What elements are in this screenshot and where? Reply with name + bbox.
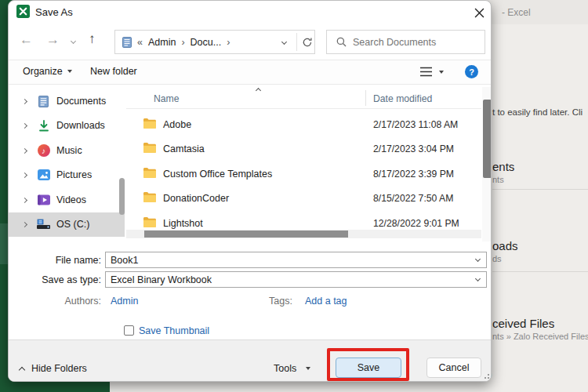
- search-box[interactable]: [326, 30, 485, 54]
- backstage-divider: [492, 271, 588, 272]
- file-date: 8/15/2022 7:50 AM: [373, 193, 453, 204]
- breadcrumb-separator: ›: [181, 37, 184, 48]
- tags-label: Tags:: [200, 296, 292, 307]
- folder-icon: [143, 168, 156, 178]
- file-name-input[interactable]: [105, 252, 487, 268]
- dialog-title: Save As: [35, 6, 73, 18]
- hide-folders-label: Hide Folders: [31, 363, 87, 374]
- address-chevron-down-icon[interactable]: [281, 39, 287, 45]
- close-button[interactable]: [466, 2, 492, 23]
- horizontal-scrollbar-thumb[interactable]: [144, 230, 348, 238]
- excel-app-icon: [16, 5, 30, 18]
- sidebar-item-os-c-drive[interactable]: OS (C:): [9, 212, 125, 236]
- new-folder-button[interactable]: New folder: [90, 66, 137, 77]
- forward-icon[interactable]: →: [46, 33, 60, 46]
- sidebar-item-label: Documents: [56, 96, 106, 107]
- address-divider: [296, 33, 297, 51]
- file-date: 12/28/2022 9:01 PM: [373, 218, 459, 229]
- sidebar-item-music[interactable]: ♪ Music: [9, 139, 125, 162]
- backstage-folder-path: nts: [492, 175, 504, 184]
- organize-label: Organize: [23, 66, 63, 77]
- view-caret-down-icon[interactable]: [439, 71, 444, 74]
- save-as-type-label: Save as type:: [9, 274, 101, 285]
- refresh-icon[interactable]: [302, 37, 313, 48]
- chevron-up-icon: [19, 366, 25, 372]
- search-input[interactable]: [353, 37, 470, 48]
- up-icon[interactable]: ↑: [89, 32, 96, 45]
- file-name: Custom Office Templates: [163, 169, 272, 180]
- help-button[interactable]: ?: [465, 65, 478, 78]
- file-name: Adobe: [163, 119, 191, 130]
- file-row-donationcoder[interactable]: DonationCoder 8/15/2022 7:50 AM: [126, 186, 481, 210]
- address-bar[interactable]: « Admin › Docu... ›: [114, 30, 315, 54]
- authors-value[interactable]: Admin: [111, 296, 138, 307]
- expand-chevron-icon[interactable]: [22, 122, 27, 128]
- save-button-highlight-annotation: [327, 348, 409, 381]
- tools-label: Tools: [274, 363, 296, 374]
- sidebar-item-pictures[interactable]: Pictures: [9, 163, 125, 187]
- sidebar-item-label: OS (C:): [56, 219, 89, 230]
- resize-grip-icon[interactable]: [482, 372, 490, 379]
- backstage-folder-path: ds: [492, 254, 502, 263]
- caret-down-icon: [67, 70, 72, 73]
- back-icon[interactable]: ←: [20, 33, 33, 46]
- file-name: Camtasia: [163, 143, 205, 154]
- sidebar-item-videos[interactable]: Videos: [9, 188, 125, 212]
- breadcrumb-item-admin[interactable]: Admin: [148, 37, 176, 48]
- documents-icon: [38, 96, 49, 107]
- backstage-folder-path: nts » Zalo Received Files: [492, 332, 588, 341]
- save-as-type-select[interactable]: [105, 271, 487, 288]
- file-name-label: File name:: [9, 255, 101, 266]
- breadcrumb-separator: ›: [227, 37, 230, 48]
- organize-menu-button[interactable]: Organize: [23, 66, 72, 77]
- sidebar-item-label: Pictures: [56, 169, 92, 180]
- expand-chevron-icon[interactable]: [22, 221, 27, 227]
- pictures-icon: [38, 169, 50, 181]
- save-as-dialog: Save As ← → ↑ « Admin › Docu... ›: [8, 0, 492, 382]
- column-header-date-modified[interactable]: Date modified: [373, 93, 432, 104]
- sort-ascending-icon: [256, 88, 261, 93]
- sidebar-item-documents[interactable]: Documents: [9, 89, 125, 113]
- dialog-footer: [9, 339, 492, 382]
- hide-folders-button[interactable]: Hide Folders: [20, 363, 87, 374]
- save-thumbnail-label[interactable]: Save Thumbnail: [139, 325, 209, 336]
- view-options-icon[interactable]: [419, 67, 433, 77]
- sidebar-scrollbar-thumb[interactable]: [119, 178, 125, 215]
- file-row-camtasia[interactable]: Camtasia 2/17/2023 3:04 PM: [126, 136, 481, 161]
- file-row-custom-office-templates[interactable]: Custom Office Templates 8/17/2022 3:39 P…: [126, 162, 481, 186]
- tools-menu-button[interactable]: Tools: [274, 363, 310, 374]
- vertical-scrollbar-thumb[interactable]: [483, 100, 492, 178]
- column-header-name[interactable]: Name: [154, 93, 180, 104]
- search-icon: [336, 37, 347, 47]
- breadcrumb-prefix: «: [137, 37, 143, 48]
- expand-chevron-icon[interactable]: [22, 197, 27, 202]
- cancel-button[interactable]: Cancel: [426, 358, 481, 378]
- file-row-adobe[interactable]: Adobe 2/17/2023 11:08 AM: [126, 112, 481, 136]
- expand-chevron-icon[interactable]: [22, 147, 27, 153]
- backstage-folder-title: ceived Files: [492, 317, 554, 330]
- sidebar-item-label: Music: [56, 145, 82, 156]
- file-date: 2/17/2023 3:04 PM: [373, 143, 454, 154]
- file-date: 2/17/2023 11:08 AM: [373, 119, 458, 130]
- column-divider[interactable]: [365, 90, 366, 106]
- expand-chevron-icon[interactable]: [22, 172, 27, 177]
- folder-icon: [143, 192, 156, 202]
- add-a-tag-link[interactable]: Add a tag: [305, 296, 347, 307]
- folder-icon: [143, 143, 156, 153]
- backstage-folder-title: ents: [492, 160, 514, 173]
- sidebar-item-label: Downloads: [56, 120, 105, 131]
- drive-icon: [37, 219, 50, 230]
- close-icon: [474, 8, 485, 18]
- breadcrumb-item-documents[interactable]: Docu...: [191, 37, 222, 48]
- expand-chevron-icon[interactable]: [22, 98, 27, 103]
- folder-icon: [143, 118, 156, 129]
- sidebar-item-downloads[interactable]: Downloads: [9, 114, 125, 137]
- music-icon: ♪: [38, 144, 50, 157]
- backstage-folder-title: oads: [492, 239, 518, 252]
- history-chevron-down-icon[interactable]: [71, 38, 76, 44]
- folder-icon: [143, 217, 156, 227]
- sidebar-item-label: Videos: [56, 194, 86, 205]
- save-thumbnail-checkbox[interactable]: [124, 325, 134, 336]
- help-icon: ?: [469, 67, 474, 77]
- file-name: Lightshot: [163, 218, 203, 229]
